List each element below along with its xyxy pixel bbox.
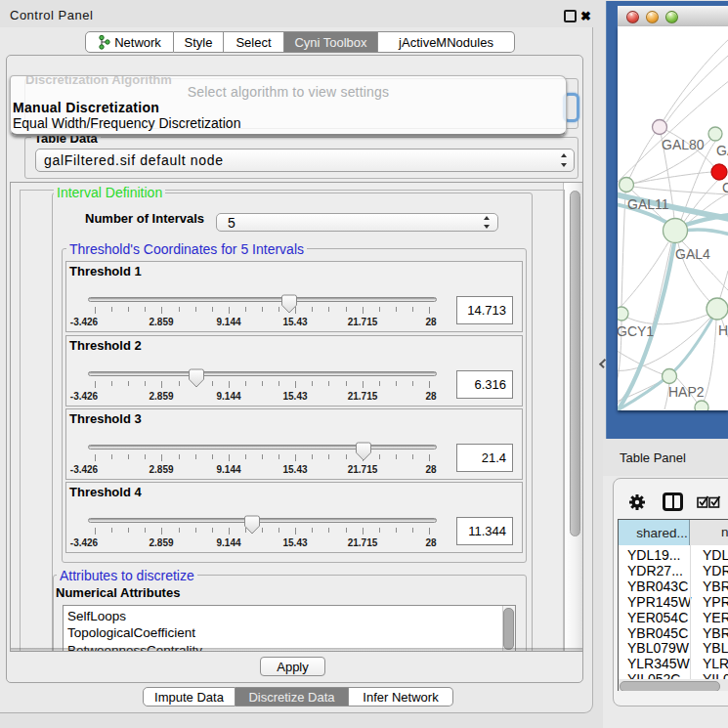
svg-text:GAL80: GAL80 [662, 137, 705, 152]
svg-text:HAP2: HAP2 [668, 384, 705, 400]
svg-text:C: C [722, 180, 728, 195]
svg-text:GCY1: GCY1 [618, 323, 654, 339]
svg-text:H: H [718, 322, 728, 338]
svg-text:GA: GA [716, 143, 728, 158]
svg-text:GAL11: GAL11 [627, 196, 669, 212]
svg-text:GAL4: GAL4 [675, 246, 710, 262]
